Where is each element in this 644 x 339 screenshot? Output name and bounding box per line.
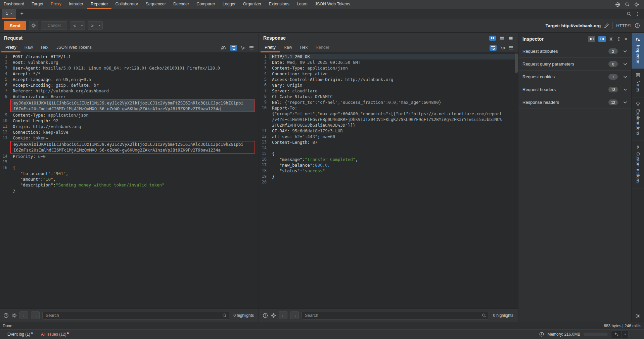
search-next-button[interactable]: →	[290, 311, 299, 319]
expand-all-icon[interactable]	[609, 37, 613, 41]
editor-menu-icon[interactable]	[509, 46, 513, 50]
line-number	[0, 99, 10, 106]
chevron-down-icon[interactable]	[623, 50, 627, 53]
back-history-button[interactable]: < ▾	[70, 21, 85, 30]
forward-arrow-icon[interactable]: >	[88, 22, 97, 30]
search-settings-gear-icon[interactable]	[271, 313, 276, 318]
send-settings-gear-icon[interactable]	[29, 21, 38, 30]
search-icon[interactable]	[625, 2, 630, 7]
response-tab-pretty[interactable]: Pretty	[261, 43, 280, 52]
repeater-tab-bar: 1 × + ⋮	[0, 9, 644, 19]
globe-icon[interactable]	[615, 2, 620, 7]
hide-nonprintable-eye-icon[interactable]	[221, 45, 226, 50]
edit-target-pencil-icon[interactable]	[604, 23, 609, 28]
sidebar-tab-custom-actions[interactable]: Custom actions	[632, 140, 644, 188]
show-newlines-icon[interactable]: \n	[500, 45, 505, 50]
layout-columns-icon[interactable]	[489, 36, 496, 41]
request-tab-raw[interactable]: Raw	[20, 43, 37, 52]
search-prev-button[interactable]: ←	[279, 311, 287, 319]
search-prev-button[interactable]: ←	[19, 311, 28, 319]
editor-line: 17 "new_balance":880.0,	[259, 162, 518, 168]
request-tab-hex[interactable]: Hex	[37, 43, 52, 52]
response-editor[interactable]: 1HTTP/1.1 200 OK2Date: Wed, 09 Jul 2025 …	[259, 53, 518, 308]
help-icon[interactable]: ?	[635, 23, 640, 28]
line-number: 5	[0, 77, 10, 82]
inspector-section-request-attributes[interactable]: Request attributes 2	[518, 45, 631, 58]
menu-dashboard[interactable]: Dashboard	[0, 0, 28, 9]
tab-search-icon[interactable]	[627, 11, 631, 16]
forward-dropdown-icon[interactable]: ▾	[97, 22, 102, 30]
editor-line: 3User-Agent: Mozilla/5.0 (X11; Linux x86…	[0, 65, 259, 71]
close-inspector-icon[interactable]: ×	[624, 36, 627, 42]
menu-target[interactable]: Target	[28, 0, 47, 9]
request-tab-pretty[interactable]: Pretty	[1, 43, 20, 52]
menu-json-web-tokens[interactable]: JSON Web Tokens	[311, 0, 354, 9]
back-arrow-icon[interactable]: <	[70, 22, 79, 30]
inspector-dock-right-icon[interactable]	[598, 36, 606, 42]
menu-proxy[interactable]: Proxy	[47, 0, 65, 9]
event-log-button[interactable]: Event log (1)	[3, 332, 37, 337]
search-next-button[interactable]: →	[31, 311, 40, 319]
forward-history-button[interactable]: > ▾	[88, 21, 103, 30]
burp-ai-button[interactable]: ▾	[611, 331, 629, 338]
response-tab-hex[interactable]: Hex	[296, 43, 312, 52]
menu-learn[interactable]: Learn	[293, 0, 311, 9]
line-number: 4	[0, 71, 10, 77]
word-wrap-toggle-icon[interactable]	[230, 45, 237, 51]
collapse-all-icon[interactable]	[616, 37, 621, 41]
editor-line: "amount":"10",	[0, 176, 259, 182]
close-tab-icon[interactable]: ×	[10, 11, 12, 15]
menu-logger[interactable]: Logger	[219, 0, 239, 9]
sidebar-tab-notes[interactable]: Notes	[632, 69, 644, 97]
more-options-icon[interactable]: ⋮	[635, 11, 640, 16]
line-content: I6ZmFsc2UsImlhdCI6MTc1MjA1MzQxMXO.S6-oZo…	[10, 106, 255, 112]
line-content: eyJ0eXAiOiJKV1QiLCJhbGciOiJIUzI1NiJ9.eyJ…	[10, 141, 255, 147]
inspector-section-request-query-parameters[interactable]: Request query parameters 0	[518, 58, 631, 71]
all-issues-button[interactable]: All issues (12)	[37, 332, 73, 337]
chevron-down-icon[interactable]	[623, 76, 627, 78]
menu-intruder[interactable]: Intruder	[65, 0, 87, 9]
layout-single-icon[interactable]	[507, 36, 514, 41]
request-tab-jwt[interactable]: JSON Web Tokens	[52, 43, 96, 52]
search-help-icon[interactable]: ?	[3, 313, 9, 318]
editor-menu-icon[interactable]	[249, 46, 254, 50]
response-tab-raw[interactable]: Raw	[280, 43, 296, 52]
show-newlines-icon[interactable]: \n	[241, 45, 245, 50]
menu-decoder[interactable]: Decoder	[170, 0, 193, 9]
cancel-button[interactable]: Cancel	[41, 21, 67, 30]
line-number: 16	[259, 157, 269, 162]
request-search-input[interactable]	[42, 311, 229, 320]
inspector-section-request-cookies[interactable]: Request cookies 1	[518, 71, 631, 83]
menu-organizer[interactable]: Organizer	[239, 0, 265, 9]
response-search-input[interactable]	[302, 311, 489, 320]
sidebar-tab-explanations[interactable]: Explanations	[632, 97, 644, 140]
sidebar-settings-gear-icon[interactable]	[632, 313, 644, 319]
add-tab-button[interactable]: +	[16, 9, 27, 19]
menu-extensions[interactable]: Extensions	[265, 0, 293, 9]
send-button[interactable]: Send	[4, 21, 26, 30]
inspector-dock-left-icon[interactable]	[588, 36, 595, 42]
line-content: alt-svc: h2=":443"; ma=60	[269, 134, 515, 139]
inspector-section-request-headers[interactable]: Request headers 13	[518, 83, 631, 96]
search-help-icon[interactable]: ?	[263, 313, 268, 318]
menu-sequencer[interactable]: Sequencer	[142, 0, 169, 9]
chevron-down-icon[interactable]	[623, 88, 627, 91]
repeater-tab-1[interactable]: 1 ×	[2, 9, 16, 19]
response-tab-render[interactable]: Render	[312, 43, 333, 52]
search-settings-gear-icon[interactable]	[11, 313, 17, 318]
menu-repeater[interactable]: Repeater	[87, 0, 111, 9]
settings-gear-icon[interactable]	[634, 2, 639, 7]
layout-rows-icon[interactable]	[498, 36, 505, 41]
word-wrap-toggle-icon[interactable]	[490, 45, 497, 51]
menu-comparer[interactable]: Comparer	[193, 0, 219, 9]
request-editor[interactable]: 1POST /transfer HTTP/1.12Host: vulnbank.…	[0, 53, 259, 308]
ai-dropdown-chevron-icon[interactable]: ▾	[622, 331, 628, 338]
response-scrollbar[interactable]	[515, 53, 518, 73]
chevron-down-icon[interactable]	[623, 63, 627, 66]
sidebar-tab-inspector[interactable]: Inspector	[632, 33, 644, 69]
inspector-section-response-headers[interactable]: Response headers 12	[518, 96, 631, 109]
back-dropdown-icon[interactable]: ▾	[79, 22, 85, 30]
line-number	[259, 111, 269, 117]
menu-collaborator[interactable]: Collaborator	[111, 0, 142, 9]
chevron-down-icon[interactable]	[623, 101, 627, 104]
